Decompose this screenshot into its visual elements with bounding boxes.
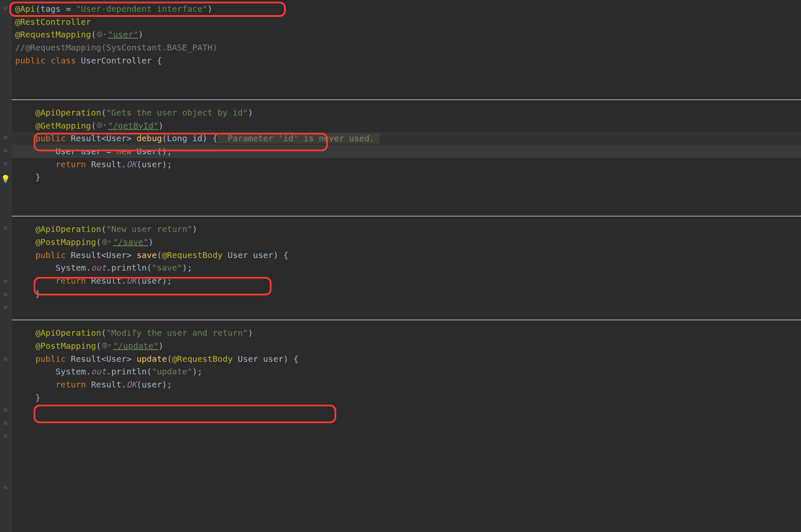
blank-line[interactable] (12, 300, 801, 313)
fold-marker-icon[interactable]: ⊟ (2, 4, 9, 12)
code-line[interactable]: public class UserController { (12, 54, 801, 67)
fold-marker-icon[interactable]: ⊟ (2, 355, 9, 363)
fold-marker-icon[interactable]: ⊟ (2, 147, 9, 154)
fold-marker-icon[interactable]: ⊟ (2, 419, 9, 427)
code-line[interactable]: System.out.println("update"); (12, 365, 801, 378)
highlight-box (34, 405, 336, 423)
url-icon[interactable]: ▾ (96, 121, 108, 129)
blank-line[interactable] (12, 313, 801, 319)
code-line[interactable]: } (12, 391, 801, 404)
lightbulb-icon[interactable]: 💡 (2, 175, 9, 182)
code-editor[interactable]: ⊟ ⊟ ⊟ ⊟ 💡 ⊟ ⊟ ⊟ ⊟ ⊟ ⊟ ⊟ ⊟ ⊟ @Api(tags = … (0, 0, 801, 532)
code-line[interactable]: @GetMapping(▾"/getById") (12, 119, 801, 132)
fold-marker-icon[interactable]: ⊟ (2, 277, 9, 285)
fold-marker-icon[interactable]: ⊟ (2, 484, 9, 491)
code-line[interactable]: return Result.OK(user); (12, 158, 801, 171)
code-line[interactable]: @Api(tags = "User-dependent interface") (12, 3, 801, 16)
blank-line[interactable] (12, 197, 801, 210)
code-line[interactable]: @ApiOperation("New user return") (12, 223, 801, 236)
fold-marker-icon[interactable]: ⊟ (2, 290, 9, 298)
blank-line[interactable] (12, 80, 801, 93)
code-line[interactable]: @RestController (12, 16, 801, 29)
url-icon[interactable]: ▾ (101, 238, 113, 246)
code-line-current[interactable]: User user = new User(); (12, 145, 801, 158)
url-icon[interactable]: ▾ (101, 342, 113, 349)
blank-line[interactable] (12, 184, 801, 197)
fold-marker-icon[interactable]: ⊟ (2, 160, 9, 167)
code-line[interactable]: public Result<User> debug(Long id) { Par… (12, 132, 801, 145)
code-line[interactable]: //@RequestMapping(SysConstant.BASE_PATH) (12, 41, 801, 54)
code-line[interactable]: @RequestMapping(▾"user") (12, 28, 801, 41)
code-line[interactable]: public Result<User> save(@RequestBody Us… (12, 249, 801, 262)
fold-marker-icon[interactable]: ⊟ (2, 303, 9, 311)
code-line[interactable]: public Result<User> update(@RequestBody … (12, 353, 801, 366)
code-line[interactable]: @PostMapping(▾"/save") (12, 236, 801, 249)
code-line[interactable]: @ApiOperation("Gets the user object by i… (12, 106, 801, 119)
code-line[interactable]: System.out.println("save"); (12, 261, 801, 274)
blank-line[interactable] (12, 100, 801, 106)
url-icon[interactable]: ▾ (96, 31, 108, 38)
fold-marker-icon[interactable]: ⊟ (2, 432, 9, 440)
blank-line[interactable] (12, 209, 801, 216)
code-line[interactable]: @PostMapping(▾"/update") (12, 340, 801, 353)
code-line[interactable]: return Result.OK(user); (12, 274, 801, 287)
code-area[interactable]: @Api(tags = "User-dependent interface") … (12, 0, 801, 532)
blank-line[interactable] (12, 67, 801, 80)
code-line[interactable]: @ApiOperation("Modify the user and retur… (12, 327, 801, 340)
code-line[interactable]: } (12, 171, 801, 184)
gutter: ⊟ ⊟ ⊟ ⊟ 💡 ⊟ ⊟ ⊟ ⊟ ⊟ ⊟ ⊟ ⊟ ⊟ (0, 0, 12, 532)
fold-marker-icon[interactable]: ⊟ (2, 224, 9, 232)
blank-line[interactable] (12, 216, 801, 223)
fold-marker-icon[interactable]: ⊟ (2, 134, 9, 141)
blank-line[interactable] (12, 93, 801, 99)
blank-line[interactable] (12, 320, 801, 327)
code-line[interactable]: return Result.OK(user); (12, 378, 801, 391)
fold-marker-icon[interactable]: ⊟ (2, 406, 9, 413)
inspection-warning[interactable]: Parameter 'id' is never used. (218, 133, 379, 143)
code-line[interactable]: } (12, 287, 801, 300)
